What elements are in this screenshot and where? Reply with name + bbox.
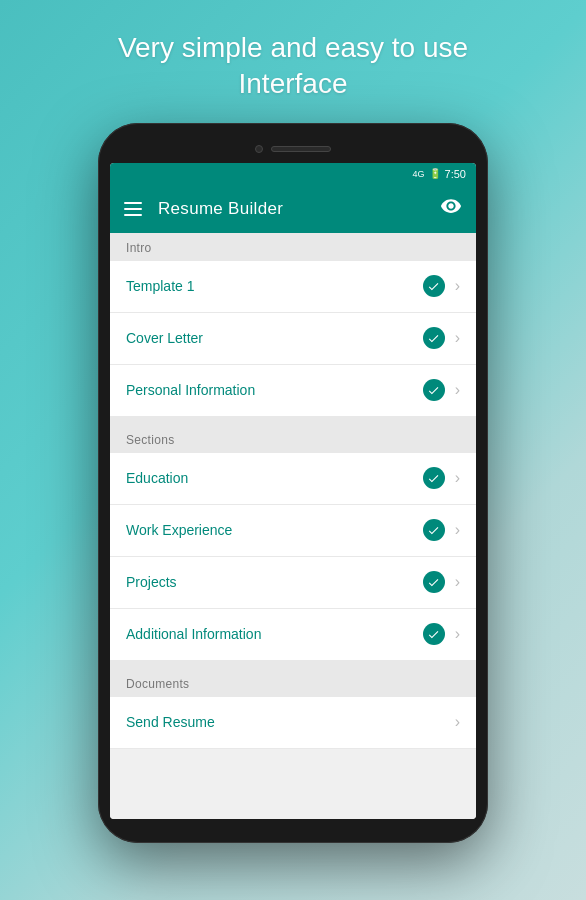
status-bar: 4G 🔋 7:50 [110,163,476,185]
list-item-additional-info[interactable]: Additional Information › [110,609,476,661]
chevron-icon-cover-letter: › [455,329,460,347]
check-icon-work-experience [423,519,445,541]
list-item-send-resume[interactable]: Send Resume › [110,697,476,749]
list-item-work-experience[interactable]: Work Experience › [110,505,476,557]
battery-icon: 🔋 [429,168,441,179]
item-label-projects: Projects [126,574,423,590]
list-item-personal-info[interactable]: Personal Information › [110,365,476,417]
headline-line2: Interface [239,68,348,99]
app-bar: Resume Builder [110,185,476,233]
chevron-icon-work-experience: › [455,521,460,539]
section-header-documents: Documents [110,669,476,697]
section-gap-1 [110,417,476,425]
item-label-work-experience: Work Experience [126,522,423,538]
check-icon-projects [423,571,445,593]
list-content: Intro Template 1 › Cover Letter › Person… [110,233,476,819]
chevron-icon-projects: › [455,573,460,591]
list-item-projects[interactable]: Projects › [110,557,476,609]
speaker-grille [271,146,331,152]
signal-icon: 4G [413,169,425,179]
list-item-template1[interactable]: Template 1 › [110,261,476,313]
item-label-template1: Template 1 [126,278,423,294]
camera-dot [255,145,263,153]
item-label-education: Education [126,470,423,486]
item-label-additional-info: Additional Information [126,626,423,642]
check-icon-cover-letter [423,327,445,349]
status-time: 7:50 [445,168,466,180]
status-icons: 4G 🔋 7:50 [413,168,466,180]
phone-screen: 4G 🔋 7:50 Resume Builder Intro [110,163,476,819]
chevron-icon-personal-info: › [455,381,460,399]
item-label-personal-info: Personal Information [126,382,423,398]
check-icon-education [423,467,445,489]
menu-button[interactable] [124,202,142,216]
check-icon-template1 [423,275,445,297]
phone-top-bar [110,135,476,163]
app-title: Resume Builder [158,199,424,219]
list-item-education[interactable]: Education › [110,453,476,505]
item-label-cover-letter: Cover Letter [126,330,423,346]
list-item-cover-letter[interactable]: Cover Letter › [110,313,476,365]
section-header-intro: Intro [110,233,476,261]
chevron-icon-send-resume: › [455,713,460,731]
phone-shell: 4G 🔋 7:50 Resume Builder Intro [98,123,488,843]
chevron-icon-template1: › [455,277,460,295]
headline-text: Very simple and easy to use [118,32,468,63]
section-header-sections: Sections [110,425,476,453]
item-label-send-resume: Send Resume [126,714,455,730]
headline-container: Very simple and easy to use Interface [78,0,508,123]
chevron-icon-education: › [455,469,460,487]
chevron-icon-additional-info: › [455,625,460,643]
check-icon-additional-info [423,623,445,645]
check-icon-personal-info [423,379,445,401]
preview-button[interactable] [440,195,462,222]
section-gap-2 [110,661,476,669]
